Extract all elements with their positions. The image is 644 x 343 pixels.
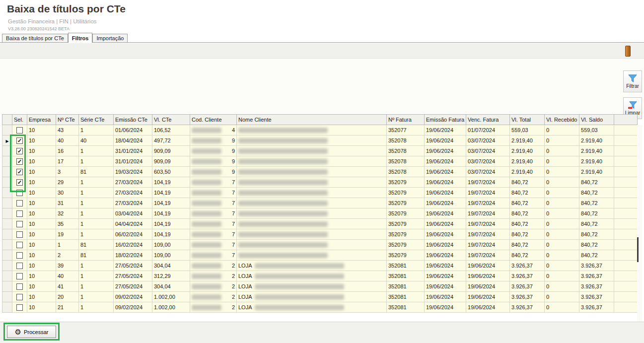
table-row[interactable]: 1021109/02/20241.002,002LOJA35208119/06/… [2, 302, 638, 313]
col-header-vl-total[interactable]: Vl. Total [510, 115, 545, 125]
col-header-sel[interactable]: Sel. [12, 115, 27, 125]
cell-emissao-fatura: 19/06/2024 [425, 177, 466, 188]
row-indicator-cell [2, 156, 12, 167]
cell-vl-saldo: 840,72 [579, 208, 614, 219]
col-header-emiss-o-cte[interactable]: Emissão CTe [114, 115, 152, 125]
row-select-checkbox[interactable] [16, 221, 23, 227]
row-select-checkbox-checked[interactable]: ✓ [16, 179, 23, 186]
row-select-checkbox[interactable] [16, 304, 23, 311]
cell-vl-recebido: 0 [545, 167, 579, 177]
row-select-checkbox-checked[interactable]: ✓ [16, 169, 23, 175]
row-select-checkbox[interactable] [16, 200, 23, 206]
cell-venc-fatura: 01/07/2024 [466, 125, 510, 136]
table-row[interactable]: 1039127/05/2024304,042LOJA35208119/06/20… [2, 261, 638, 271]
row-select-checkbox-checked[interactable]: ✓ [16, 137, 23, 144]
redacted-text [255, 274, 344, 279]
row-select-checkbox-checked[interactable]: ✓ [16, 158, 23, 165]
cod-cliente-visible-digit: 2 [232, 294, 235, 300]
row-select-checkbox-checked[interactable]: ✓ [16, 148, 23, 154]
cell-emissao-cte: 18/02/2024 [114, 250, 152, 261]
cell-filler [614, 146, 638, 156]
cell-nfatura: 352079 [387, 208, 425, 219]
row-indicator-cell [2, 302, 12, 313]
table-row[interactable]: 1043101/06/2024106,52435207719/06/202401… [2, 125, 638, 136]
table-row[interactable]: ✓1038119/03/2024603,50935207819/06/20240… [2, 167, 638, 177]
col-header-n-fatura[interactable]: Nº Fatura [387, 115, 425, 125]
row-select-checkbox[interactable] [16, 283, 23, 290]
row-select-checkbox[interactable] [16, 263, 23, 269]
cell-filler [614, 302, 638, 313]
table-row[interactable]: 1031127/03/2024104,19735207919/06/202419… [2, 198, 638, 208]
cell-filler [614, 219, 638, 229]
col-header-cod-cliente[interactable]: Cod. Cliente [190, 115, 237, 125]
cell-vl-saldo: 3.926,37 [579, 281, 614, 292]
table-row[interactable]: 1035104/04/2024104,19735207919/06/202419… [2, 219, 638, 229]
row-select-checkbox[interactable] [16, 252, 23, 259]
cell-serie: 1 [79, 156, 114, 167]
cell-vl-cte: 104,19 [152, 229, 190, 240]
row-select-checkbox[interactable] [16, 190, 23, 196]
cell-ncte: 17 [56, 156, 79, 167]
tab-baixa-de-t-tulos-por-cte[interactable]: Baixa de títulos por CTe [2, 34, 68, 42]
vertical-scrollbar[interactable] [637, 125, 642, 322]
col-header-vl-recebido[interactable]: Vl. Recebido [545, 115, 579, 125]
cell-vl-total: 2.919,40 [510, 156, 545, 167]
table-row[interactable]: ✓1017131/01/2024909,09935207819/06/20240… [2, 156, 638, 167]
processar-button[interactable]: ⚙ Processar [7, 326, 56, 338]
table-row[interactable]: 1030127/03/2024104,19735207919/06/202419… [2, 188, 638, 198]
cell-nfatura: 352078 [387, 146, 425, 156]
table-row[interactable]: 1032103/04/2024104,19735207919/06/202419… [2, 208, 638, 219]
col-header-venc-fatura[interactable]: Venc. Fatura [466, 115, 510, 125]
table-row[interactable]: 1020109/02/20241.002,002LOJA35208119/06/… [2, 292, 638, 302]
table-row[interactable]: 1041127/05/2024304,042LOJA35208119/06/20… [2, 281, 638, 292]
cell-nfatura: 352081 [387, 281, 425, 292]
col-header-nome-cliente[interactable]: Nome Cliente [237, 115, 387, 125]
table-row[interactable]: ✓1016131/01/2024909,09935207819/06/20240… [2, 146, 638, 156]
row-select-checkbox[interactable] [16, 294, 23, 300]
cell-emissao-cte: 04/04/2024 [114, 219, 152, 229]
cell-vl-cte: 312,29 [152, 271, 190, 281]
cell-ncte: 43 [56, 125, 79, 136]
row-select-checkbox[interactable] [16, 242, 23, 248]
exit-door-icon[interactable] [625, 46, 631, 57]
scrollbar-thumb[interactable] [637, 237, 639, 262]
table-row[interactable]: ▶✓10404018/04/2024497,72935207819/06/202… [2, 136, 638, 146]
table-row[interactable]: 1018116/02/2024109,00735207919/06/202419… [2, 240, 638, 250]
filtrar-button[interactable]: Filtrar [623, 70, 642, 92]
row-select-checkbox[interactable] [16, 127, 23, 134]
cell-nome-cliente [237, 219, 387, 229]
col-header-s-rie-cte[interactable]: Série CTe [79, 115, 114, 125]
cell-vl-recebido: 0 [545, 229, 579, 240]
cell-vl-cte: 104,19 [152, 219, 190, 229]
cell-vl-cte: 1.002,00 [152, 292, 190, 302]
col-header-emiss-o-fatura[interactable]: Emissão Fatura [425, 115, 466, 125]
cell-vl-saldo: 3.926,37 [579, 302, 614, 313]
tab-filtros[interactable]: Filtros [68, 33, 93, 43]
cell-nome-cliente [237, 229, 387, 240]
cell-nome-cliente [237, 240, 387, 250]
row-select-checkbox[interactable] [16, 273, 23, 279]
nome-cliente-visible-text: LOJA [238, 273, 252, 279]
table-row[interactable]: 1040127/05/2024312,292LOJA35208119/06/20… [2, 271, 638, 281]
cell-cod-cliente: 2 [190, 261, 237, 271]
cell-venc-fatura: 19/07/2024 [466, 219, 510, 229]
redacted-text [192, 232, 221, 237]
cod-cliente-visible-digit: 7 [232, 221, 235, 227]
col-header-vl-cte[interactable]: Vl. CTe [152, 115, 190, 125]
col-header-vl-saldo[interactable]: Vl. Saldo [579, 115, 614, 125]
table-row[interactable]: 1028118/02/2024109,00735207919/06/202419… [2, 250, 638, 261]
cell-emissao-fatura: 19/06/2024 [425, 281, 466, 292]
table-row[interactable]: 1019106/02/2024104,19735207919/06/202419… [2, 229, 638, 240]
row-select-checkbox[interactable] [16, 231, 23, 238]
col-header-empresa[interactable]: Empresa [27, 115, 56, 125]
row-select-checkbox[interactable] [16, 210, 23, 217]
table-row[interactable]: ✓1029127/03/2024104,19735207919/06/20241… [2, 177, 638, 188]
cell-emissao-cte: 31/01/2024 [114, 156, 152, 167]
cell-nfatura: 352081 [387, 292, 425, 302]
cod-cliente-visible-digit: 9 [232, 137, 235, 143]
tab-importa-o[interactable]: Importação [92, 34, 128, 42]
cell-nome-cliente [237, 188, 387, 198]
col-header-n-cte[interactable]: Nº CTe [56, 115, 79, 125]
cell-sel [12, 271, 27, 281]
row-indicator-cell [2, 188, 12, 198]
